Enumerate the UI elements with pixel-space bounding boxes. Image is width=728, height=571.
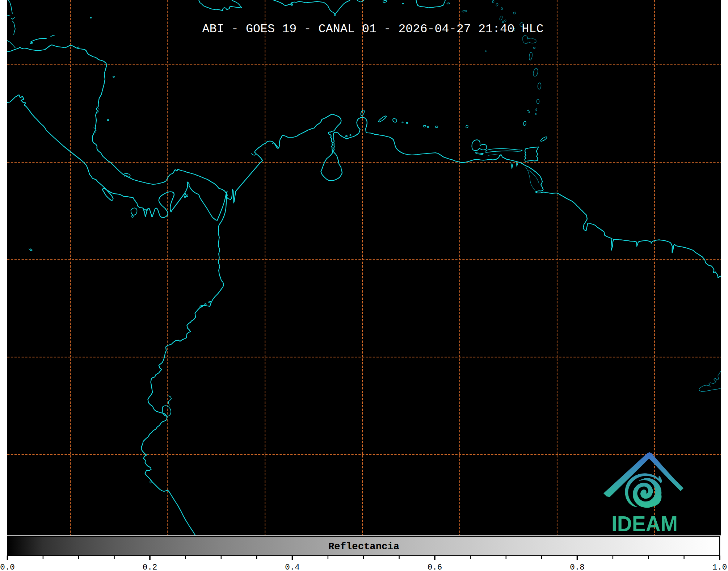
svg-text:0.6: 0.6 [428,563,442,571]
svg-text:1.0: 1.0 [712,563,727,571]
svg-text:0.8: 0.8 [570,563,585,571]
svg-text:0.4: 0.4 [285,563,300,571]
svg-text:0.2: 0.2 [143,563,157,571]
svg-text:Reflectancia: Reflectancia [328,541,399,553]
svg-text:ABI - GOES 19 - CANAL 01 - 202: ABI - GOES 19 - CANAL 01 - 2026-04-27 21… [202,22,544,36]
svg-text:IDEAM: IDEAM [611,512,678,536]
svg-text:0.0: 0.0 [0,563,15,571]
